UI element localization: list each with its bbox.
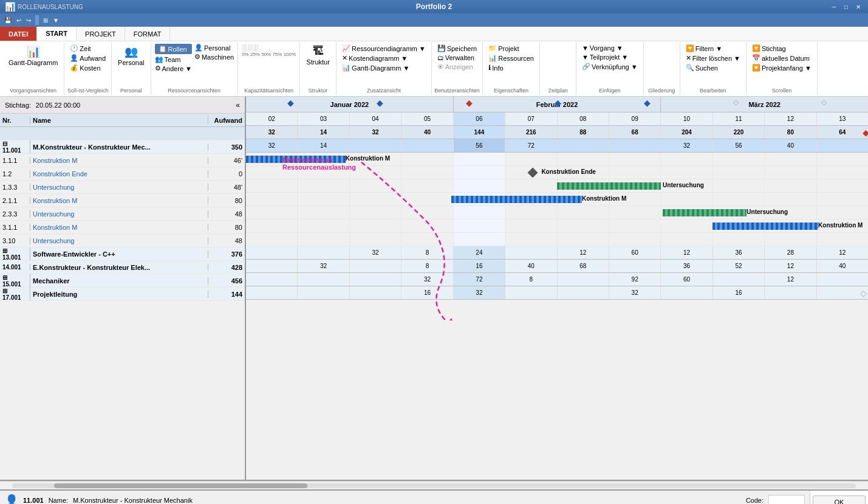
- action-buttons-panel: OK Abbrechen Hilfe: [810, 491, 868, 504]
- gantt-diagramm-btn[interactable]: 📊 Gantt-Diagramm: [6, 44, 60, 67]
- col-aufwand-header: Aufwand: [208, 117, 245, 124]
- info-btn[interactable]: ℹInfo: [487, 63, 536, 72]
- window-title: Portfolio 2: [416, 2, 452, 11]
- personal-res-btn[interactable]: 👤Personal: [194, 44, 234, 52]
- zeit-btn[interactable]: 🕐Zeit: [68, 44, 108, 53]
- gantt-bar-konst-m-2: [451, 196, 582, 203]
- suchen-btn[interactable]: 🔍Suchen: [684, 63, 742, 72]
- table-row[interactable]: 2.3.3 Untersuchung 48: [0, 207, 245, 221]
- save-quick-btn[interactable]: 💾: [2, 16, 13, 24]
- speichern-btn[interactable]: 💾Speichern: [436, 44, 479, 53]
- ribbon-group-ressourcenansichten: 📋Rollen 👥Team ⚙Andere ▼ 👤Personal ⚙Masch…: [151, 43, 239, 95]
- vorgang-btn[interactable]: ▼Vorgang ▼: [580, 44, 640, 52]
- gantt-row-13001: 32 8 24 12 60 12 36 28 12: [246, 246, 868, 260]
- personal-btn[interactable]: 👥 Personal: [115, 44, 146, 67]
- dropdown-btn[interactable]: ▼: [51, 16, 61, 24]
- table-row[interactable]: [0, 127, 245, 140]
- stichtag-scroll-btn[interactable]: 🔽Stichtag: [750, 44, 813, 53]
- gantt-row-17001: 16 32 32 16 ◇: [246, 286, 868, 300]
- quick-access-toolbar: 💾 ↩ ↪ ⊞ ▼: [0, 13, 868, 27]
- month-feb: Februar 2022: [454, 97, 661, 112]
- team-btn[interactable]: 👥Team: [155, 55, 192, 63]
- gantt-label-unters-2: Untersuchung: [747, 209, 788, 215]
- aktuelles-datum-btn[interactable]: 📅aktuelles Datum: [750, 54, 813, 63]
- week-10: 10: [661, 112, 713, 125]
- detail-header: 👤 11.001 Name: M.Konstrukteur - Konstruk…: [0, 491, 810, 504]
- scrollen-label: Scrollen: [772, 88, 792, 94]
- ribbon-group-soll-ist: 🕐Zeit 👤Aufwand 💰Kosten Soll-Ist-Vergleic…: [64, 43, 112, 95]
- week-02: 02: [246, 112, 298, 125]
- tab-format[interactable]: FORMAT: [125, 27, 171, 41]
- verknuepfung-btn[interactable]: 🔗Verknüpfung ▼: [580, 62, 640, 71]
- table-row[interactable]: ⊞ 17.001 Projektleitung 144: [0, 288, 245, 301]
- table-row[interactable]: 1.2 Konstruktion Ende 0: [0, 167, 245, 181]
- undo-btn[interactable]: ↩: [15, 16, 23, 24]
- stichtag-bar: Stichtag: 20.05.22 00:00 «: [0, 97, 245, 114]
- h-scrollbar[interactable]: [0, 481, 868, 489]
- week-06: 06: [454, 112, 505, 125]
- month-mar: März 2022: [661, 97, 868, 112]
- projekt-btn[interactable]: 📁Projekt: [487, 44, 536, 53]
- gantt-months-header: ◆ ◆ ◆ ◆ ◆ ◇ ◇ Januar 2022 Februar 2022 M…: [246, 97, 868, 112]
- ok-button[interactable]: OK: [813, 495, 866, 504]
- ressourcendiagramm-btn[interactable]: 📈Ressourcendiagramm ▼: [340, 44, 428, 53]
- code-input[interactable]: [768, 495, 805, 505]
- verwalten-btn[interactable]: 🗂Verwalten: [436, 54, 479, 62]
- table-row[interactable]: 3.10 Untersuchung 48: [0, 234, 245, 247]
- table-row[interactable]: 14.001 E.Konstrukteur - Konstrukteur Ele…: [0, 261, 245, 274]
- gantt-chart-panel: ◆ ◆ ◆ ◆ ◆ ◇ ◇ Januar 2022 Februar 2022 M…: [246, 97, 868, 480]
- ressourcen-btn[interactable]: 📊Ressourcen: [487, 54, 536, 63]
- tab-projekt[interactable]: PROJEKT: [77, 27, 125, 41]
- aufwand-btn[interactable]: 👤Aufwand: [68, 54, 108, 63]
- person-nr: 11.001: [23, 497, 44, 504]
- ribbon-group-kapazitaetsansichten: ░░░ 0% 25% 50% 75% 100% Kapazitätsansich…: [238, 43, 300, 95]
- person-icon: 👤: [5, 494, 18, 505]
- andere-btn[interactable]: ⚙Andere ▼: [155, 64, 192, 72]
- teilprojekt-btn[interactable]: ▼Teilprojekt ▼: [580, 53, 640, 61]
- maschinen-btn[interactable]: ⚙Maschinen: [194, 53, 234, 61]
- table-row[interactable]: ⊞ 15.001 Mechaniker 456: [0, 274, 245, 288]
- zeitplan-label: Zeitplan: [548, 88, 567, 94]
- table-row[interactable]: 2.1.1 Konstruktion M 80: [0, 194, 245, 207]
- code-label: Code:: [746, 497, 764, 504]
- close-btn[interactable]: ✕: [853, 2, 863, 11]
- rollen-btn[interactable]: 📋Rollen: [155, 44, 192, 54]
- nav-back-btn[interactable]: «: [236, 101, 240, 109]
- personal-label: Personal: [120, 88, 142, 94]
- maximize-btn[interactable]: □: [841, 2, 851, 11]
- ribbon-group-benutzeransichten: 💾Speichern 🗂Verwalten 👁Anzeigen Benutzer…: [432, 43, 484, 95]
- ribbon-group-personal: 👥 Personal Personal: [112, 43, 151, 95]
- gantt-row-311: Konstruktion M: [246, 219, 868, 233]
- view-btn[interactable]: ⊞: [41, 16, 50, 24]
- redo-btn[interactable]: ↪: [24, 16, 33, 24]
- kosten-btn[interactable]: 💰Kosten: [68, 63, 108, 72]
- kostendiagramm-btn[interactable]: ✕Kostendiagramm ▼: [340, 54, 428, 63]
- benutzeransichten-label: Benutzeransichten: [434, 88, 480, 94]
- ribbon-group-zusatzansicht: 📈Ressourcendiagramm ▼ ✕Kostendiagramm ▼ …: [337, 43, 432, 95]
- struktur-btn[interactable]: 🏗 Struktur: [304, 44, 332, 67]
- table-row[interactable]: 3.1.1 Konstruktion M 80: [0, 221, 245, 234]
- ribbon: DATEI START PROJEKT FORMAT 📊 Gantt-Diagr…: [0, 27, 868, 97]
- table-body: ⊟ 11.001 M.Konstrukteur - Konstrukteur M…: [0, 127, 245, 480]
- anzeigen-btn[interactable]: 👁Anzeigen: [436, 63, 479, 71]
- tab-start[interactable]: START: [37, 27, 77, 41]
- week-08: 08: [558, 112, 609, 125]
- gantt-zusatz-btn[interactable]: 📊Gantt-Diagramm ▼: [340, 63, 428, 72]
- gantt-bar-konst-m-3: [713, 223, 818, 230]
- table-row[interactable]: 1.3.3 Untersuchung 48': [0, 181, 245, 194]
- filter-loeschen-btn[interactable]: ✕Filter löschen ▼: [684, 54, 742, 63]
- filtern-btn[interactable]: 🔽Filtern ▼: [684, 44, 742, 53]
- table-row[interactable]: ⊟ 11.001 M.Konstrukteur - Konstrukteur M…: [0, 140, 245, 154]
- ribbon-group-scrollen: 🔽Stichtag 📅aktuelles Datum 🔽Projektanfan…: [747, 43, 818, 95]
- table-row[interactable]: 1.1.1 Konstruktion M 46': [0, 154, 245, 167]
- zusatzansicht-label: Zusatzansicht: [367, 88, 401, 94]
- gantt-row-310: [246, 233, 868, 246]
- projektanfang-btn[interactable]: 🔽Projektanfang ▼: [750, 63, 813, 72]
- gantt-label-konst-m: Konstruktion M: [346, 155, 390, 162]
- tab-datei[interactable]: DATEI: [0, 27, 37, 41]
- gantt-row-14001: 32 8 16 40 68 ◆ 36 52 12 40: [246, 260, 868, 273]
- gantt-body: 32 14 32 40 144 216 88 68 204 220 80 64 …: [246, 126, 868, 480]
- table-row[interactable]: ⊞ 13.001 Software-Entwickler - C++ 376: [0, 247, 245, 261]
- week-11: 11: [713, 112, 765, 125]
- minimize-btn[interactable]: ─: [829, 2, 839, 11]
